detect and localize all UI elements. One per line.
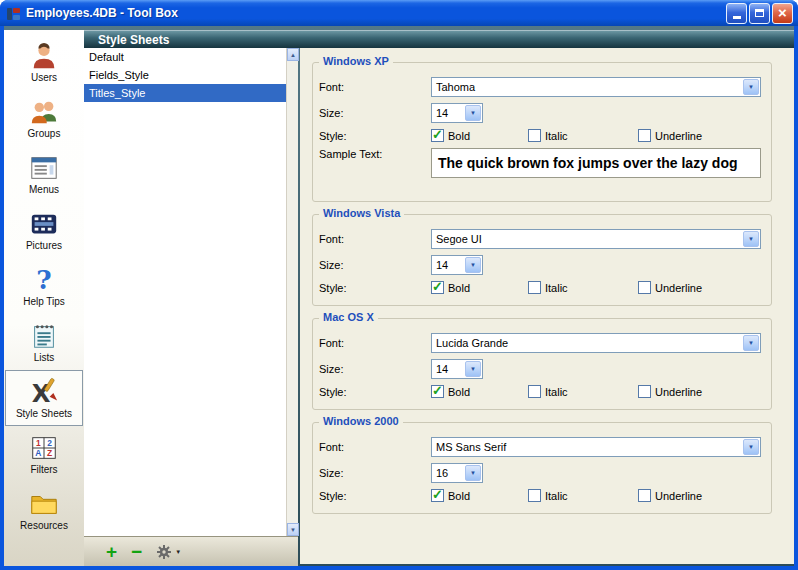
- svg-text:2: 2: [47, 438, 52, 448]
- checkbox-icon[interactable]: [528, 129, 541, 142]
- italic-checkbox[interactable]: Italic: [528, 489, 638, 502]
- checkbox-checked-icon[interactable]: [431, 489, 444, 502]
- sidebar-item-style-sheets[interactable]: X Style Sheets: [5, 370, 83, 426]
- size-select[interactable]: 14 ▼: [431, 103, 483, 123]
- sidebar-item-label: Filters: [30, 464, 57, 475]
- sidebar-item-filters[interactable]: 12AZ Filters: [5, 426, 83, 482]
- section-header: Style Sheets: [84, 30, 794, 48]
- font-label: Font:: [319, 337, 431, 349]
- minimize-button[interactable]: [726, 3, 747, 24]
- sidebar-item-label: Style Sheets: [16, 408, 72, 419]
- users-icon: [29, 41, 59, 71]
- bold-checkbox[interactable]: Bold: [431, 385, 528, 398]
- resources-icon: [29, 489, 59, 519]
- size-select[interactable]: 14 ▼: [431, 359, 483, 379]
- sidebar-item-menus[interactable]: Menus: [5, 146, 83, 202]
- underline-checkbox[interactable]: Underline: [638, 129, 702, 142]
- size-select[interactable]: 14 ▼: [431, 255, 483, 275]
- add-stylesheet-button[interactable]: +: [106, 542, 117, 561]
- checkbox-checked-icon[interactable]: [431, 385, 444, 398]
- underline-checkbox[interactable]: Underline: [638, 489, 702, 502]
- checkbox-icon[interactable]: [638, 385, 651, 398]
- list-item-default[interactable]: Default: [84, 48, 286, 66]
- list-toolbar: + − ▼: [84, 536, 298, 566]
- chevron-down-icon[interactable]: ▼: [743, 439, 759, 455]
- sidebar-item-help-tips[interactable]: ? Help Tips: [5, 258, 83, 314]
- checkbox-checked-icon[interactable]: [431, 281, 444, 294]
- scroll-down-icon[interactable]: ▼: [287, 523, 299, 536]
- actions-menu-button[interactable]: ▼: [156, 544, 181, 560]
- scroll-up-icon[interactable]: ▲: [287, 48, 299, 61]
- underline-checkbox[interactable]: Underline: [638, 281, 702, 294]
- sidebar-item-label: Menus: [29, 184, 59, 195]
- close-button[interactable]: ×: [772, 3, 793, 24]
- window-content: Style Sheets Users Groups Menus: [4, 26, 794, 566]
- bold-checkbox[interactable]: Bold: [431, 281, 528, 294]
- checkbox-icon[interactable]: [528, 281, 541, 294]
- font-label: Font:: [319, 441, 431, 453]
- group-title: Mac OS X: [319, 311, 378, 323]
- gear-icon: [156, 544, 172, 560]
- chevron-down-icon[interactable]: ▼: [465, 361, 481, 377]
- sidebar-item-users[interactable]: Users: [5, 34, 83, 90]
- sidebar-item-groups[interactable]: Groups: [5, 90, 83, 146]
- italic-checkbox[interactable]: Italic: [528, 281, 638, 294]
- italic-checkbox[interactable]: Italic: [528, 385, 638, 398]
- menus-icon: [29, 153, 59, 183]
- list-scrollbar[interactable]: ▲ ▼: [286, 48, 298, 536]
- maximize-button[interactable]: [749, 3, 770, 24]
- sidebar-item-pictures[interactable]: Pictures: [5, 202, 83, 258]
- group-windows-2000: Windows 2000 Font: MS Sans Serif ▼ Size:…: [312, 422, 772, 514]
- titlebar[interactable]: Employees.4DB - Tool Box ×: [0, 0, 798, 26]
- checkbox-checked-icon[interactable]: [431, 129, 444, 142]
- chevron-down-icon[interactable]: ▼: [465, 465, 481, 481]
- font-value: Tahoma: [432, 81, 742, 93]
- font-select[interactable]: MS Sans Serif ▼: [431, 437, 761, 457]
- font-value: Segoe UI: [432, 233, 742, 245]
- section-title: Style Sheets: [98, 33, 169, 47]
- chevron-down-icon[interactable]: ▼: [743, 335, 759, 351]
- list-item-titles-style[interactable]: Titles_Style: [84, 84, 286, 102]
- help-icon: ?: [29, 265, 59, 295]
- group-title: Windows 2000: [319, 415, 403, 427]
- chevron-down-icon[interactable]: ▼: [743, 231, 759, 247]
- size-label: Size:: [319, 363, 431, 375]
- sidebar-item-resources[interactable]: Resources: [5, 482, 83, 538]
- checkbox-icon[interactable]: [638, 129, 651, 142]
- svg-text:?: ?: [36, 265, 51, 295]
- stylesheets-icon: X: [29, 377, 59, 407]
- group-windows-vista: Windows Vista Font: Segoe UI ▼ Size: 14: [312, 214, 772, 306]
- sample-text-preview: The quick brown fox jumps over the lazy …: [431, 148, 761, 178]
- chevron-down-icon[interactable]: ▼: [743, 79, 759, 95]
- svg-text:Z: Z: [47, 448, 52, 458]
- sidebar: Users Groups Menus Pictures: [4, 30, 84, 566]
- bold-checkbox[interactable]: Bold: [431, 129, 528, 142]
- checkbox-icon[interactable]: [638, 489, 651, 502]
- checkbox-icon[interactable]: [528, 489, 541, 502]
- sample-text-label: Sample Text:: [319, 148, 431, 160]
- font-select[interactable]: Tahoma ▼: [431, 77, 761, 97]
- size-label: Size:: [319, 259, 431, 271]
- svg-text:A: A: [35, 448, 41, 458]
- list-item-fields-style[interactable]: Fields_Style: [84, 66, 286, 84]
- size-select[interactable]: 16 ▼: [431, 463, 483, 483]
- size-value: 16: [432, 467, 464, 479]
- font-label: Font:: [319, 233, 431, 245]
- checkbox-icon[interactable]: [528, 385, 541, 398]
- italic-checkbox[interactable]: Italic: [528, 129, 638, 142]
- groups-icon: [29, 97, 59, 127]
- group-title: Windows XP: [319, 55, 393, 67]
- chevron-down-icon[interactable]: ▼: [465, 105, 481, 121]
- bold-checkbox[interactable]: Bold: [431, 489, 528, 502]
- minimize-icon: [733, 16, 741, 19]
- underline-checkbox[interactable]: Underline: [638, 385, 702, 398]
- font-select[interactable]: Segoe UI ▼: [431, 229, 761, 249]
- remove-stylesheet-button[interactable]: −: [131, 542, 142, 561]
- chevron-down-icon[interactable]: ▼: [465, 257, 481, 273]
- sidebar-item-label: Help Tips: [23, 296, 65, 307]
- sidebar-item-lists[interactable]: Lists: [5, 314, 83, 370]
- lists-icon: [29, 321, 59, 351]
- checkbox-icon[interactable]: [638, 281, 651, 294]
- font-select[interactable]: Lucida Grande ▼: [431, 333, 761, 353]
- sidebar-item-label: Pictures: [26, 240, 62, 251]
